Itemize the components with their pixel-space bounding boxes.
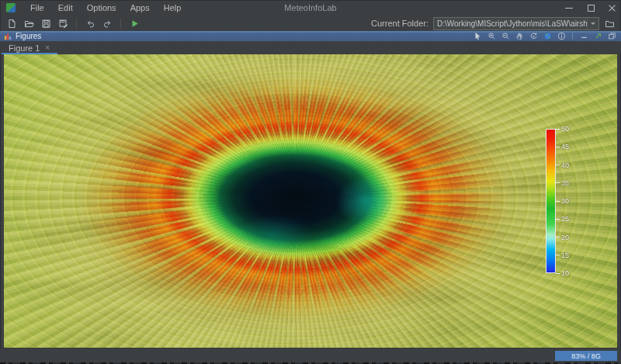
zoom-out-icon[interactable] (501, 32, 510, 41)
menu-file[interactable]: File (23, 0, 51, 16)
restore-panel-icon[interactable] (607, 32, 616, 41)
new-file-icon[interactable] (6, 18, 17, 29)
app-logo-icon (6, 3, 16, 12)
toolbar-separator (76, 19, 77, 29)
hide-panel-icon[interactable] (579, 32, 588, 41)
figure-tab-bar: Figure 1 × (0, 41, 621, 54)
menu-apps[interactable]: Apps (123, 0, 157, 16)
colorbar-tick: 45 (556, 143, 569, 151)
rotate-icon[interactable] (529, 32, 538, 41)
colorbar-tick: 15 (556, 251, 569, 259)
current-folder-combobox[interactable]: D:\Working\MIScript\Jython\mis\LaSW\airs… (433, 17, 599, 30)
float-panel-icon[interactable] (593, 32, 602, 41)
memory-usage-text: 83% / 8G (571, 352, 601, 360)
figures-panel-title: Figures (16, 32, 41, 40)
colorbar-tick: 40 (556, 161, 569, 169)
figures-panel-header[interactable]: Figures (0, 31, 621, 41)
info-icon[interactable] (557, 32, 566, 41)
toolbar-separator (120, 19, 121, 29)
current-folder-group: Current Folder: D:\Working\MIScript\Jyth… (371, 16, 615, 30)
current-folder-label: Current Folder: (371, 19, 428, 28)
figures-panel-icon (3, 32, 12, 41)
current-folder-value: D:\Working\MIScript\Jython\mis\LaSW\airs… (434, 19, 587, 28)
close-window-icon[interactable] (609, 4, 616, 12)
globe-icon[interactable] (543, 32, 552, 41)
colorbar: 50 45 40 35 30 25 20 15 10 (546, 129, 577, 273)
menu-bar: File Edit Options Apps Help MeteoInfoLab (0, 0, 621, 16)
save-as-icon[interactable] (57, 18, 68, 29)
tab-label: Figure 1 (9, 43, 40, 53)
meteoinfolab-window: File Edit Options Apps Help MeteoInfoLab (0, 0, 621, 364)
tab-close-icon[interactable]: × (45, 44, 50, 52)
colorbar-tick: 10 (556, 269, 569, 277)
window-controls (565, 0, 616, 16)
redo-icon[interactable] (102, 18, 113, 29)
surface-noise-layer (4, 54, 617, 348)
figure-canvas[interactable]: 50 45 40 35 30 25 20 15 10 (4, 54, 617, 348)
status-bar: 83% / 8G (0, 348, 621, 363)
colorbar-tick: 25 (556, 215, 569, 223)
minimize-window-icon[interactable] (565, 4, 573, 12)
colorbar-tick: 35 (556, 179, 569, 187)
browse-folder-icon[interactable] (604, 18, 615, 29)
main-toolbar: Current Folder: D:\Working\MIScript\Jyth… (0, 16, 621, 31)
select-arrow-icon[interactable] (473, 32, 482, 41)
menu-edit[interactable]: Edit (51, 0, 80, 16)
menu-options[interactable]: Options (80, 0, 123, 16)
save-icon[interactable] (40, 18, 51, 29)
header-separator (572, 33, 573, 40)
pan-hand-icon[interactable] (515, 32, 524, 41)
zoom-in-icon[interactable] (487, 32, 496, 41)
maximize-window-icon[interactable] (587, 4, 595, 12)
undo-icon[interactable] (85, 18, 95, 29)
chevron-down-icon[interactable] (587, 18, 598, 29)
colorbar-gradient (546, 129, 556, 273)
run-script-icon[interactable] (129, 18, 140, 29)
colorbar-tick: 30 (556, 197, 569, 205)
memory-usage-badge[interactable]: 83% / 8G (555, 351, 617, 361)
colorbar-tick: 50 (556, 125, 569, 133)
colorbar-tick: 20 (556, 234, 569, 241)
open-folder-icon[interactable] (23, 18, 34, 29)
menu-help[interactable]: Help (157, 0, 189, 16)
